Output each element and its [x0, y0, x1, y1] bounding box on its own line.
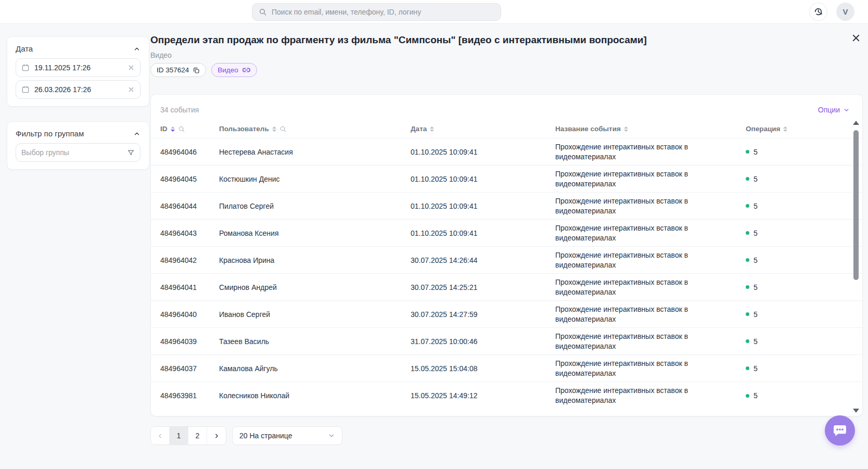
- page-button-2[interactable]: 2: [188, 427, 207, 445]
- search-field[interactable]: [272, 8, 494, 16]
- search-icon: [259, 8, 267, 16]
- funnel-icon: [127, 149, 135, 157]
- scroll-down-arrow[interactable]: [853, 409, 859, 413]
- column-search-icon[interactable]: [279, 125, 287, 133]
- date-filter-title: Дата: [16, 44, 33, 53]
- cell-date: 30.07.2025 14:26:44: [411, 256, 555, 264]
- status-dot: [746, 394, 749, 398]
- cell-operation: 5: [746, 337, 862, 346]
- page-button-1[interactable]: 1: [170, 427, 188, 445]
- copy-icon[interactable]: [193, 67, 200, 74]
- table-row[interactable]: 484964040 Иванов Сергей 30.07.2025 14:27…: [151, 301, 862, 328]
- scrollbar-thumb[interactable]: [853, 130, 859, 280]
- table-row[interactable]: 484964037 Камалова Айгуль 15.05.2025 15:…: [151, 355, 862, 382]
- cell-id: 484964046: [160, 148, 219, 156]
- clear-date-to-icon[interactable]: [127, 86, 135, 93]
- chevron-right-icon: [213, 433, 220, 439]
- topbar: V: [0, 0, 868, 24]
- group-select-placeholder: Выбор группы: [21, 148, 122, 157]
- cell-date: 01.10.2025 10:09:41: [411, 175, 555, 183]
- sort-icon[interactable]: [783, 126, 787, 132]
- cell-operation: 5: [746, 310, 862, 319]
- cell-id: 484964044: [160, 202, 219, 210]
- id-badge[interactable]: ID 357624: [150, 63, 206, 77]
- chevron-down-icon: [843, 107, 850, 113]
- cell-operation: 5: [746, 256, 862, 264]
- group-select-input[interactable]: Выбор группы: [16, 143, 141, 162]
- column-header-id[interactable]: ID: [160, 125, 219, 133]
- id-badge-label: ID 357624: [157, 66, 189, 74]
- cell-operation: 5: [746, 364, 862, 373]
- column-header-operation[interactable]: Операция: [746, 125, 862, 133]
- video-link-badge[interactable]: Видео: [211, 63, 257, 77]
- link-icon: [242, 66, 251, 74]
- cell-date: 31.07.2025 10:00:46: [411, 337, 555, 346]
- cell-operation: 5: [746, 391, 862, 400]
- cell-operation: 5: [746, 229, 862, 237]
- options-button[interactable]: Опции: [818, 106, 850, 114]
- date-filter-card: Дата 19.11.2025 17:26 26.03.2026 17:26: [7, 36, 149, 107]
- cell-user: Пилатов Сергей: [219, 202, 411, 210]
- date-to-input[interactable]: 26.03.2026 17:26: [16, 80, 141, 99]
- page-title: Определи этап продаж по фрагменту из фил…: [150, 34, 837, 46]
- avatar[interactable]: V: [836, 3, 854, 21]
- group-filter-title: Фильтр по группам: [16, 129, 84, 138]
- cell-event: Прохождение интерактивных вставок в виде…: [555, 332, 746, 351]
- table-row[interactable]: 484964045 Костюшкин Денис 01.10.2025 10:…: [151, 166, 862, 193]
- column-search-icon[interactable]: [178, 125, 185, 133]
- per-page-select[interactable]: 20 На странице: [232, 426, 342, 445]
- collapse-chevron-up-icon[interactable]: [133, 130, 141, 137]
- prev-page-button[interactable]: [151, 427, 170, 445]
- table-row[interactable]: 484964046 Нестерева Анастасия 01.10.2025…: [151, 138, 862, 166]
- table-row[interactable]: 484964039 Тазеев Василь 31.07.2025 10:00…: [151, 328, 862, 355]
- calendar-icon: [21, 64, 30, 72]
- column-header-date[interactable]: Дата: [411, 125, 555, 133]
- column-header-user[interactable]: Пользователь: [219, 125, 411, 133]
- collapse-chevron-up-icon[interactable]: [133, 45, 141, 53]
- cell-date: 30.07.2025 14:27:59: [411, 310, 555, 319]
- video-badge-label: Видео: [218, 66, 238, 74]
- table-row[interactable]: 484964043 Романова Ксения 01.10.2025 10:…: [151, 220, 862, 247]
- events-table-card: 34 события Опции ID Пользователь Дата На…: [150, 94, 863, 416]
- cell-event: Прохождение интерактивных вставок в виде…: [555, 277, 746, 297]
- cell-user: Нестерева Анастасия: [219, 148, 411, 156]
- sort-icon[interactable]: [624, 126, 628, 132]
- date-to-value: 26.03.2026 17:26: [34, 85, 123, 94]
- next-page-button[interactable]: [207, 427, 226, 445]
- cell-user: Камалова Айгуль: [219, 364, 411, 373]
- cell-event: Прохождение интерактивных вставок в виде…: [555, 305, 746, 324]
- date-from-input[interactable]: 19.11.2025 17:26: [16, 58, 141, 77]
- cell-date: 15.05.2025 15:04:08: [411, 364, 555, 373]
- clear-date-from-icon[interactable]: [127, 64, 135, 71]
- cell-id: 484964042: [160, 256, 219, 264]
- sort-icon[interactable]: [430, 126, 434, 132]
- sort-icon[interactable]: [272, 126, 276, 132]
- table-row[interactable]: 484964042 Краснова Ирина 30.07.2025 14:2…: [151, 247, 862, 274]
- status-dot: [746, 231, 749, 235]
- filters-sidebar: Дата 19.11.2025 17:26 26.03.2026 17:26 Ф…: [7, 36, 149, 184]
- cell-id: 484964045: [160, 175, 219, 183]
- cell-event: Прохождение интерактивных вставок в виде…: [555, 169, 746, 189]
- cell-operation: 5: [746, 202, 862, 210]
- cell-user: Иванов Сергей: [219, 310, 411, 319]
- search-input[interactable]: [252, 3, 501, 21]
- table-row[interactable]: 484964044 Пилатов Сергей 01.10.2025 10:0…: [151, 193, 862, 220]
- status-dot: [746, 177, 749, 181]
- close-icon[interactable]: [849, 31, 863, 45]
- table-scrollbar[interactable]: [852, 120, 860, 414]
- sort-icon[interactable]: [171, 126, 175, 132]
- cell-operation: 5: [746, 148, 862, 156]
- per-page-label: 20 На странице: [239, 432, 292, 440]
- cell-id: 484963981: [160, 391, 219, 400]
- history-button[interactable]: [809, 3, 827, 21]
- chat-button[interactable]: [825, 415, 855, 446]
- table-row[interactable]: 484963981 Колесников Николай 15.05.2025 …: [151, 382, 862, 409]
- cell-date: 01.10.2025 10:09:41: [411, 202, 555, 210]
- status-dot: [746, 204, 749, 208]
- scroll-up-arrow[interactable]: [853, 121, 859, 125]
- cell-operation: 5: [746, 175, 862, 183]
- column-header-event[interactable]: Название события: [555, 125, 746, 133]
- cell-user: Колесников Николай: [219, 391, 411, 400]
- cell-id: 484964041: [160, 283, 219, 291]
- table-row[interactable]: 484964041 Смирнов Андрей 30.07.2025 14:2…: [151, 274, 862, 301]
